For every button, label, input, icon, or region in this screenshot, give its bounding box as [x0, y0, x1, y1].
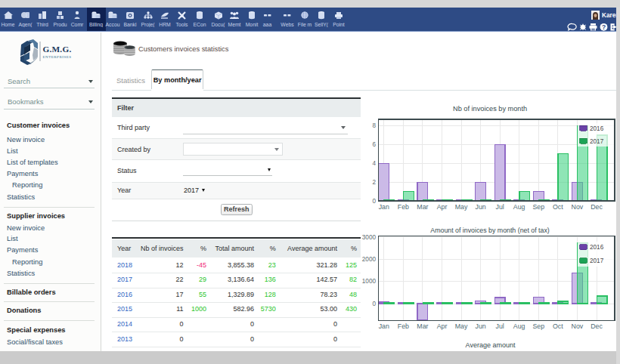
svg-text:Mar: Mar: [417, 322, 428, 330]
svg-text:Sep: Sep: [532, 322, 544, 330]
svg-text:Aug: Aug: [513, 203, 525, 211]
svg-text:Jul: Jul: [496, 203, 504, 211]
svg-text:Nb of invoices by month: Nb of invoices by month: [453, 105, 527, 113]
svg-text:Sep: Sep: [532, 203, 544, 211]
svg-text:ENTERPRISES: ENTERPRISES: [43, 55, 72, 59]
svg-text:May: May: [455, 322, 468, 330]
svg-text:4: 4: [372, 160, 376, 167]
svg-text:Dec: Dec: [591, 203, 603, 211]
svg-text:Jul: Jul: [496, 322, 504, 330]
svg-text:Oct: Oct: [553, 322, 563, 330]
svg-text:May: May: [455, 203, 468, 211]
svg-text:Apr: Apr: [437, 203, 448, 211]
svg-text:Jan: Jan: [379, 322, 389, 330]
svg-text:2017: 2017: [590, 258, 604, 264]
svg-text:Mar: Mar: [417, 203, 428, 211]
svg-text:0: 0: [372, 198, 376, 205]
svg-text:2017: 2017: [590, 138, 604, 145]
svg-text:Nov: Nov: [572, 322, 584, 330]
svg-text:Feb: Feb: [398, 322, 409, 330]
svg-text:6: 6: [372, 141, 376, 148]
svg-text:8: 8: [372, 122, 376, 129]
svg-text:Aug: Aug: [513, 322, 525, 330]
svg-text:Nov: Nov: [572, 203, 584, 211]
svg-text:1000: 1000: [362, 278, 377, 285]
svg-text:Jun: Jun: [476, 322, 486, 330]
svg-text:2: 2: [372, 179, 376, 186]
svg-text:Jan: Jan: [379, 203, 389, 211]
svg-text:3000: 3000: [362, 234, 377, 241]
svg-text:Jun: Jun: [476, 203, 486, 211]
svg-text:0: 0: [372, 301, 376, 307]
svg-text:2016: 2016: [590, 125, 604, 132]
svg-text:Amount of invoices by month (n: Amount of invoices by month (net of tax): [430, 227, 550, 234]
svg-text:Oct: Oct: [553, 203, 563, 211]
svg-text:Apr: Apr: [437, 322, 448, 330]
svg-text:2000: 2000: [362, 256, 377, 263]
svg-text:?: ?: [602, 23, 606, 30]
svg-text:G.M.G.: G.M.G.: [43, 45, 72, 54]
svg-text:Feb: Feb: [398, 203, 409, 211]
svg-text:Dec: Dec: [591, 322, 603, 330]
svg-text:2016: 2016: [590, 244, 604, 251]
